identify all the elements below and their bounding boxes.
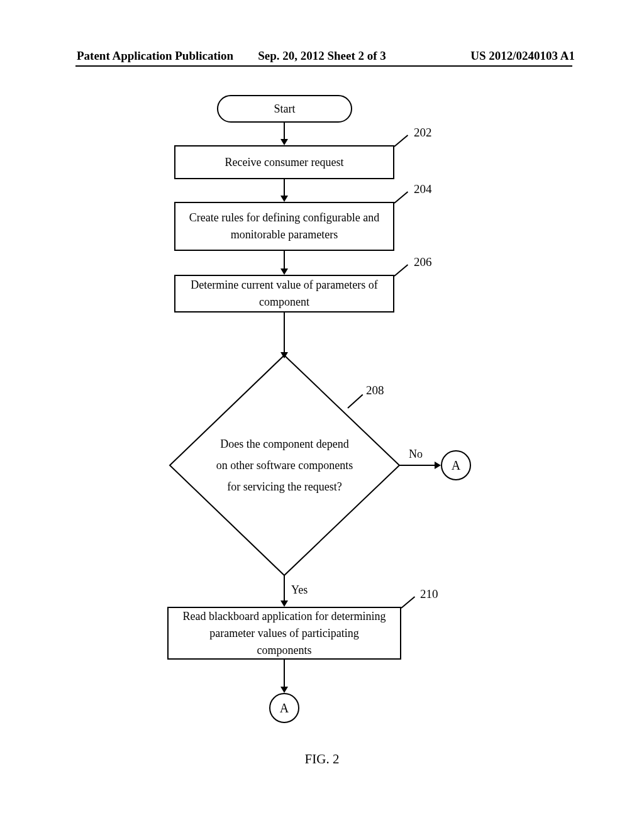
arrowhead-down-icon: [280, 268, 288, 275]
arrowhead-right-icon: [435, 462, 441, 469]
process-206-line1: Determine current value of parameters of: [191, 277, 377, 294]
process-206: Determine current value of parameters of…: [174, 275, 394, 313]
arrow: [284, 660, 285, 688]
process-210-line1: Read blackboard application for determin…: [183, 608, 386, 625]
decision-no-label: No: [409, 448, 423, 461]
decision-yes-label: Yes: [291, 584, 308, 597]
decision-208-line3: for servicing the request?: [216, 476, 353, 497]
process-202-text: Receive consumer request: [225, 154, 344, 171]
ref-line-204: [394, 191, 408, 204]
decision-208-line1: Does the component depend: [216, 433, 353, 455]
page: Patent Application Publication Sep. 20, …: [0, 0, 644, 830]
arrow: [399, 465, 436, 466]
decision-208-line2: on other software components: [216, 455, 353, 476]
decision-208-text: Does the component depend on other softw…: [216, 433, 353, 498]
ref-208: 208: [366, 384, 384, 397]
process-204-line1: Create rules for defining configurable a…: [189, 209, 379, 226]
arrowhead-down-icon: [280, 600, 288, 607]
ref-202: 202: [414, 126, 432, 140]
flowchart: Start Receive consumer request 202 Creat…: [0, 0, 644, 830]
process-210: Read blackboard application for determin…: [167, 607, 401, 660]
arrow: [284, 123, 285, 140]
arrow: [284, 313, 285, 353]
arrow: [284, 251, 285, 270]
process-206-line2: component: [259, 294, 309, 311]
ref-204: 204: [414, 182, 432, 196]
connector-a-right-label: A: [452, 458, 460, 473]
process-210-line3: components: [257, 642, 312, 659]
process-204-line2: monitorable parameters: [231, 226, 338, 243]
ref-210: 210: [420, 587, 438, 601]
arrow: [284, 179, 285, 197]
arrow: [284, 575, 285, 602]
start-terminator: Start: [217, 95, 352, 123]
ref-line-206: [394, 264, 408, 277]
connector-a-bottom: A: [269, 693, 299, 723]
connector-a-bottom-label: A: [280, 701, 289, 716]
arrowhead-down-icon: [280, 687, 288, 693]
arrowhead-down-icon: [280, 139, 288, 145]
figure-caption: FIG. 2: [305, 751, 340, 767]
connector-a-right: A: [441, 450, 471, 480]
process-202: Receive consumer request: [174, 145, 394, 179]
start-label: Start: [274, 101, 296, 118]
arrowhead-down-icon: [280, 196, 288, 202]
process-204: Create rules for defining configurable a…: [174, 202, 394, 251]
ref-206: 206: [414, 255, 432, 269]
process-210-line2: parameter values of participating: [209, 625, 358, 642]
ref-line-202: [394, 135, 408, 147]
ref-line-210: [401, 596, 415, 609]
